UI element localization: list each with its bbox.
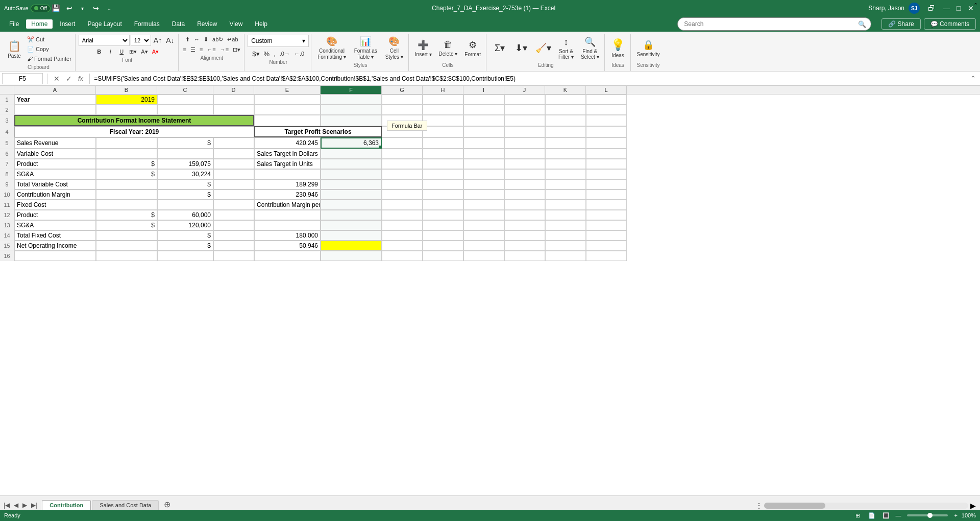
cell-D6[interactable] xyxy=(213,149,254,159)
cell-H13[interactable] xyxy=(423,220,463,230)
normal-view-button[interactable]: ⊞ xyxy=(852,510,863,520)
cell-G14[interactable] xyxy=(382,230,423,241)
cell-L9[interactable] xyxy=(586,179,627,190)
sensitivity-button[interactable]: 🔒 Sensitivity xyxy=(634,35,663,61)
decrease-font-button[interactable]: A↓ xyxy=(164,36,176,45)
cell-F5[interactable]: 6,363 xyxy=(321,137,382,149)
cell-H7[interactable] xyxy=(423,159,463,169)
cell-K16[interactable] xyxy=(545,251,586,261)
menu-insert[interactable]: Insert xyxy=(55,19,80,29)
cell-C11[interactable] xyxy=(157,200,213,210)
cell-G6[interactable] xyxy=(382,149,423,159)
user-avatar[interactable]: SJ xyxy=(909,3,920,14)
decrease-indent-button[interactable]: ←≡ xyxy=(205,45,217,54)
italic-button[interactable]: I xyxy=(105,47,115,56)
cell-G12[interactable] xyxy=(382,210,423,220)
cell-K14[interactable] xyxy=(545,230,586,241)
tab-next-button[interactable]: ▶ xyxy=(21,501,29,510)
find-select-button[interactable]: 🔍 Find &Select ▾ xyxy=(578,35,602,61)
cell-L12[interactable] xyxy=(586,210,627,220)
cell-D11[interactable] xyxy=(213,200,254,210)
orientation-button[interactable]: ab↻ xyxy=(211,35,225,44)
cell-H6[interactable] xyxy=(423,149,463,159)
col-header-J[interactable]: J xyxy=(504,86,545,94)
col-header-B[interactable]: B xyxy=(96,86,157,94)
cell-H14[interactable] xyxy=(423,230,463,241)
cell-L1[interactable] xyxy=(586,94,627,105)
cell-K10[interactable] xyxy=(545,190,586,200)
cell-K8[interactable] xyxy=(545,169,586,179)
increase-indent-button[interactable]: →≡ xyxy=(218,45,230,54)
tab-last-button[interactable]: ▶| xyxy=(30,501,39,510)
cell-J11[interactable] xyxy=(504,200,545,210)
cell-C10[interactable]: $ xyxy=(157,190,213,200)
fill-color-button[interactable]: A▾ xyxy=(139,47,149,56)
font-color-button[interactable]: A▾ xyxy=(151,47,160,56)
cell-G7[interactable] xyxy=(382,159,423,169)
col-header-D[interactable]: D xyxy=(213,86,254,94)
cell-B6[interactable] xyxy=(96,149,157,159)
cell-A6[interactable]: Variable Cost xyxy=(14,149,96,159)
cell-I15[interactable] xyxy=(463,241,504,251)
customize-qat-icon[interactable]: ⌄ xyxy=(104,3,115,14)
percent-button[interactable]: % xyxy=(262,49,272,58)
wrap-text-button[interactable]: ↵ab xyxy=(226,35,239,44)
cell-I3[interactable] xyxy=(463,115,504,126)
menu-data[interactable]: Data xyxy=(167,19,190,29)
cell-E9[interactable]: 189,299 xyxy=(254,179,321,190)
name-box[interactable] xyxy=(2,73,43,84)
cell-G11[interactable] xyxy=(382,200,423,210)
col-header-I[interactable]: I xyxy=(463,86,504,94)
cancel-formula-icon[interactable]: ✕ xyxy=(52,75,62,83)
decrease-decimal-button[interactable]: ←.0 xyxy=(292,49,306,58)
copy-button[interactable]: 📄 Copy xyxy=(26,44,73,54)
horizontal-scrollbar[interactable] xyxy=(764,503,968,509)
ideas-button[interactable]: 💡 Ideas xyxy=(608,35,628,61)
share-button[interactable]: 🔗 Share xyxy=(881,18,920,30)
cell-C13[interactable]: 120,000 xyxy=(157,220,213,230)
cell-C6[interactable] xyxy=(157,149,213,159)
cell-A11[interactable]: Fixed Cost xyxy=(14,200,96,210)
cell-E5[interactable]: 420,245 xyxy=(254,137,321,149)
merge-center-button[interactable]: ⊡▾ xyxy=(231,45,242,54)
cell-A9[interactable]: Total Variable Cost xyxy=(14,179,96,190)
sort-filter-button[interactable]: ↕ Sort &Filter ▾ xyxy=(555,35,577,61)
delete-cells-button[interactable]: 🗑 Delete ▾ xyxy=(436,35,461,61)
cell-D1[interactable] xyxy=(213,94,254,105)
cell-B10[interactable] xyxy=(96,190,157,200)
cell-I12[interactable] xyxy=(463,210,504,220)
cell-F9[interactable] xyxy=(321,179,382,190)
cell-I13[interactable] xyxy=(463,220,504,230)
cell-I9[interactable] xyxy=(463,179,504,190)
cell-L4[interactable] xyxy=(586,126,627,137)
cell-E16[interactable] xyxy=(254,251,321,261)
cell-L8[interactable] xyxy=(586,169,627,179)
cell-F13[interactable] xyxy=(321,220,382,230)
cell-C8[interactable]: 30,224 xyxy=(157,169,213,179)
col-header-F[interactable]: F xyxy=(321,86,382,94)
paste-button[interactable]: 📋 Paste xyxy=(4,36,24,62)
col-header-H[interactable]: H xyxy=(423,86,463,94)
cell-L7[interactable] xyxy=(586,159,627,169)
cell-J8[interactable] xyxy=(504,169,545,179)
col-header-G[interactable]: G xyxy=(382,86,423,94)
cell-E13[interactable] xyxy=(254,220,321,230)
cell-F2[interactable] xyxy=(321,105,382,115)
cell-A4-merged[interactable]: Fiscal Year: 2019 xyxy=(14,126,254,137)
cell-I10[interactable] xyxy=(463,190,504,200)
cell-B1[interactable]: 2019 xyxy=(96,94,157,105)
display-options-icon[interactable]: 🗗 xyxy=(926,3,937,14)
cell-A10[interactable]: Contribution Margin xyxy=(14,190,96,200)
cell-A5[interactable]: Sales Revenue xyxy=(14,137,96,149)
align-middle-button[interactable]: ↔ xyxy=(192,35,201,44)
col-header-A[interactable]: A xyxy=(14,86,96,94)
cell-D16[interactable] xyxy=(213,251,254,261)
cell-J2[interactable] xyxy=(504,105,545,115)
cell-A15[interactable]: Net Operating Income xyxy=(14,241,96,251)
cell-F12[interactable] xyxy=(321,210,382,220)
formula-input[interactable] xyxy=(94,73,966,84)
cell-F16[interactable] xyxy=(321,251,382,261)
cell-I4[interactable] xyxy=(463,126,504,137)
cell-G3[interactable] xyxy=(382,115,423,126)
cell-E15[interactable]: 50,946 xyxy=(254,241,321,251)
